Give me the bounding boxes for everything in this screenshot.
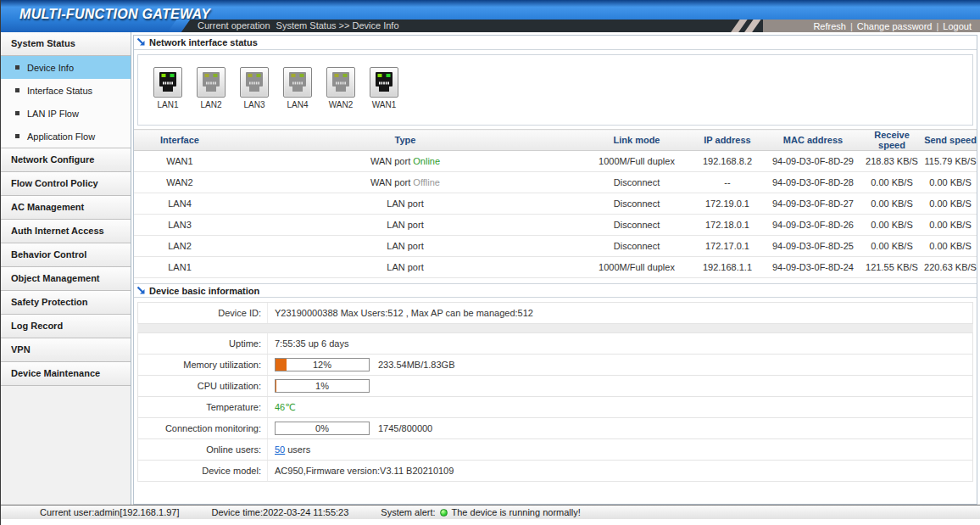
port-label: LAN4 — [281, 100, 314, 109]
sidebar-section-flow-control-policy[interactable]: Flow Control Policy — [1, 172, 131, 196]
port-lan1[interactable]: LAN1 — [152, 67, 184, 109]
cell-interface: LAN1 — [134, 257, 226, 278]
section-arrow-icon — [136, 37, 147, 47]
cell-receive: 0.00 KB/S — [860, 215, 924, 236]
panel-title-text: Device basic information — [149, 286, 259, 296]
memory-detail: 233.54MB/1.83GB — [378, 360, 455, 370]
cell-link-mode: 1000M/Full duplex — [585, 151, 688, 172]
cell-interface: LAN3 — [134, 215, 226, 236]
sidebar-section-network-configure[interactable]: Network Configure — [1, 148, 131, 172]
connection-percent: 0% — [276, 422, 369, 435]
cell-interface: WAN2 — [134, 172, 226, 193]
sidebar-section-device-maintenance[interactable]: Device Maintenance — [1, 362, 131, 386]
main-content: Network interface status — [131, 32, 980, 505]
sidebar-item-label: Device Info — [27, 63, 74, 73]
temperature-label: Temperature: — [138, 402, 267, 412]
sidebar-section-log-record[interactable]: Log Record — [1, 315, 131, 338]
table-row: WAN1 WAN port Online 1000M/Full duplex 1… — [134, 151, 977, 172]
table-row: LAN1 LAN port 1000M/Full duplex 192.168.… — [134, 257, 977, 278]
current-user-text: Current user:admin[192.168.1.97] — [40, 507, 180, 517]
link-separator: | — [850, 21, 853, 31]
connection-monitoring-row: Connection monitoring: 0% 1745/800000 — [137, 418, 973, 439]
ethernet-port-icon — [153, 67, 182, 98]
header-links: Refresh| Change password| Logout — [763, 20, 980, 32]
memory-percent: 12% — [276, 359, 369, 371]
cell-mac: 94-09-D3-0F-8D-28 — [766, 172, 860, 193]
refresh-link[interactable]: Refresh — [813, 21, 846, 31]
connection-detail: 1745/800000 — [378, 423, 432, 433]
port-lan4[interactable]: LAN4 — [281, 67, 314, 109]
uptime-label: Uptime: — [138, 338, 267, 349]
row-spacer — [137, 324, 973, 332]
device-model-value: AC950,Firmware version:V3.11 B20210109 — [267, 461, 972, 481]
logout-link[interactable]: Logout — [943, 21, 972, 31]
cpu-utilization-row: CPU utilization: 1% — [137, 376, 973, 397]
device-basic-information-title: Device basic information — [134, 283, 977, 298]
sidebar-section-ac-management[interactable]: AC Management — [1, 196, 131, 220]
sidebar-item-device-info[interactable]: Device Info — [1, 56, 131, 79]
sidebar-item-application-flow[interactable]: Application Flow — [1, 125, 131, 148]
system-status-submenu: Device Info Interface Status LAN IP Flow… — [1, 56, 131, 148]
sidebar-section-object-management[interactable]: Object Management — [1, 267, 131, 291]
section-arrow-icon — [136, 286, 147, 296]
port-lan3[interactable]: LAN3 — [238, 67, 270, 109]
alert-label: System alert: — [381, 507, 435, 517]
table-row: LAN2 LAN port Disconnect 172.17.0.1 94-0… — [134, 236, 977, 257]
port-label: LAN1 — [152, 100, 184, 109]
cell-receive: 0.00 KB/S — [860, 193, 924, 215]
port-wan2[interactable]: WAN2 — [325, 67, 357, 109]
breadcrumb: Current operationSystem Status >> Device… — [198, 20, 399, 32]
online-users-row: Online users: 50 users — [137, 439, 973, 461]
cell-ip: 172.19.0.1 — [688, 193, 766, 215]
ethernet-port-icon — [370, 67, 398, 98]
online-users-label: Online users: — [138, 444, 267, 455]
device-time-text: Device time:2022-03-24 11:55:23 — [212, 507, 349, 517]
sidebar-section-auth-internet-access[interactable]: Auth Internet Access — [1, 220, 131, 243]
cell-interface: WAN1 — [134, 151, 226, 172]
col-link-mode: Link mode — [585, 130, 688, 151]
decorative-stripes — [724, 20, 763, 32]
sidebar-section-system-status[interactable]: System Status — [1, 32, 131, 56]
cpu-percent: 1% — [276, 380, 369, 393]
ethernet-port-icon — [283, 67, 312, 98]
cell-link-mode: Disconnect — [585, 215, 688, 236]
sidebar-item-lan-ip-flow[interactable]: LAN IP Flow — [1, 102, 131, 125]
sidebar-item-interface-status[interactable]: Interface Status — [1, 79, 131, 102]
device-info-list: Device ID: Y23190000388 Max Users:512 , … — [137, 302, 973, 482]
change-password-link[interactable]: Change password — [857, 21, 933, 31]
network-interface-status-title: Network interface status — [134, 36, 977, 50]
breadcrumb-label: Current operation — [198, 20, 270, 31]
memory-usage-bar: 12% — [275, 358, 370, 371]
bullet-icon — [15, 65, 19, 70]
sidebar-section-behavior-control[interactable]: Behavior Control — [1, 243, 131, 267]
connection-monitoring-label: Connection monitoring: — [138, 423, 267, 433]
cell-ip: 172.18.0.1 — [688, 215, 766, 236]
sidebar-section-safety-protection[interactable]: Safety Protection — [1, 291, 131, 315]
cell-type: LAN port — [226, 215, 585, 236]
sidebar-item-label: Application Flow — [27, 131, 95, 142]
cell-type: WAN port Online — [226, 151, 585, 172]
sidebar-nav: System Status Device Info Interface Stat… — [1, 32, 131, 505]
breadcrumb-path: System Status >> Device Info — [276, 20, 399, 31]
cell-mac: 94-09-D3-0F-8D-25 — [766, 236, 860, 257]
port-label: LAN3 — [238, 100, 270, 109]
online-users-link[interactable]: 50 — [275, 444, 285, 455]
cell-mac: 94-09-D3-0F-8D-27 — [766, 193, 860, 215]
cell-ip: 192.168.8.2 — [688, 151, 766, 172]
ports-panel: LAN1 — [137, 54, 973, 126]
cell-mac: 94-09-D3-0F-8D-29 — [766, 151, 860, 172]
system-alert: System alert: The device is running norm… — [381, 507, 580, 517]
header-subbar: Current operationSystem Status >> Device… — [177, 20, 980, 32]
device-id-value: Y23190000388 Max Users:512 , Max AP can … — [267, 303, 972, 323]
cpu-usage-bar: 1% — [275, 379, 370, 393]
sidebar-section-vpn[interactable]: VPN — [1, 338, 131, 362]
port-wan1[interactable]: WAN1 — [368, 67, 400, 109]
bullet-icon — [15, 134, 19, 138]
port-lan2[interactable]: LAN2 — [195, 67, 227, 109]
bullet-icon — [15, 88, 19, 92]
cell-send: 115.79 KB/S — [924, 151, 977, 172]
col-type: Type — [226, 130, 585, 151]
ethernet-port-icon — [240, 67, 269, 98]
cell-type: LAN port — [226, 236, 585, 257]
uptime-value: 7:55:35 up 6 days — [267, 333, 972, 354]
